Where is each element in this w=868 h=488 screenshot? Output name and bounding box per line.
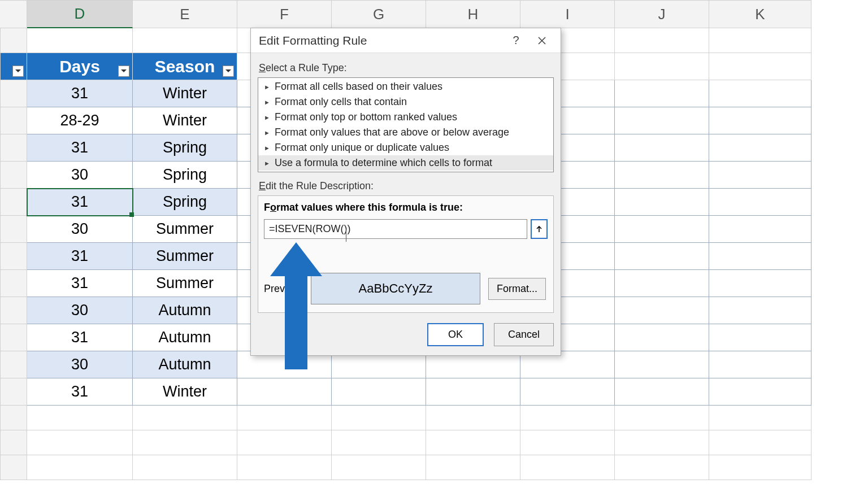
rule-type-item[interactable]: Format only values that are above or bel… (258, 125, 553, 140)
cell[interactable] (615, 243, 709, 270)
rule-type-item[interactable]: Format only top or bottom ranked values (258, 110, 553, 125)
cell[interactable] (709, 216, 811, 243)
cell-days[interactable]: 31 (27, 134, 133, 162)
cell-days[interactable]: 31 (27, 378, 133, 406)
cell-days[interactable]: 30 (27, 351, 133, 378)
cell[interactable] (615, 216, 709, 243)
cell[interactable] (709, 378, 811, 406)
cell[interactable] (709, 53, 811, 80)
row-header[interactable] (0, 162, 27, 189)
cell[interactable] (237, 378, 332, 406)
cell[interactable] (426, 378, 520, 406)
cell-days[interactable]: 30 (27, 162, 133, 189)
cell[interactable] (615, 53, 709, 80)
cell-season[interactable]: Autumn (133, 297, 237, 324)
cell[interactable] (133, 28, 237, 53)
cell[interactable] (709, 107, 811, 134)
cell-season[interactable]: Spring (133, 162, 237, 189)
help-button[interactable]: ? (503, 32, 529, 49)
cell-days[interactable]: 30 (27, 297, 133, 324)
cell-season[interactable]: Winter (133, 80, 237, 107)
cell[interactable] (709, 324, 811, 351)
cell-days[interactable]: 30 (27, 216, 133, 243)
cell[interactable] (709, 270, 811, 297)
cell-days[interactable]: 31 (27, 243, 133, 270)
rule-type-item-selected[interactable]: Use a formula to determine which cells t… (258, 155, 553, 171)
col-header-J[interactable]: J (615, 0, 709, 28)
cell[interactable] (709, 189, 811, 216)
row-header[interactable] (0, 134, 27, 162)
cell[interactable] (709, 297, 811, 324)
cell[interactable] (615, 134, 709, 162)
cell[interactable] (615, 378, 709, 406)
row-header[interactable] (0, 297, 27, 324)
col-header-E[interactable]: E (133, 0, 237, 28)
cell[interactable] (615, 324, 709, 351)
cell-season[interactable]: Summer (133, 216, 237, 243)
dialog-titlebar[interactable]: Edit Formatting Rule ? (251, 28, 561, 53)
row-header[interactable] (0, 243, 27, 270)
cell-season[interactable]: Autumn (133, 324, 237, 351)
col-header-G[interactable]: G (332, 0, 426, 28)
table-header-days[interactable]: Days (27, 53, 133, 80)
cell[interactable] (615, 28, 709, 53)
filter-dropdown-icon[interactable] (118, 66, 129, 77)
cell-season[interactable]: Winter (133, 107, 237, 134)
cell[interactable] (520, 378, 615, 406)
row-header[interactable] (0, 189, 27, 216)
col-header-F[interactable]: F (237, 0, 332, 28)
cell[interactable] (709, 134, 811, 162)
cell[interactable] (332, 378, 426, 406)
cell-days[interactable]: 31 (27, 189, 133, 216)
row-header[interactable] (0, 107, 27, 134)
cell[interactable] (615, 297, 709, 324)
cell[interactable] (615, 107, 709, 134)
cell[interactable] (709, 162, 811, 189)
close-button[interactable] (529, 32, 555, 49)
cell-season[interactable]: Summer (133, 270, 237, 297)
row-header[interactable] (0, 80, 27, 107)
cell-season[interactable]: Spring (133, 134, 237, 162)
cell-season[interactable]: Autumn (133, 351, 237, 378)
row-header[interactable] (0, 270, 27, 297)
cell-days[interactable]: 31 (27, 270, 133, 297)
row-header[interactable] (0, 378, 27, 406)
ok-button[interactable]: OK (427, 323, 484, 346)
row-header[interactable] (0, 324, 27, 351)
cancel-button[interactable]: Cancel (494, 323, 554, 346)
cell-days[interactable]: 31 (27, 324, 133, 351)
rule-type-item[interactable]: Format only cells that contain (258, 94, 553, 110)
range-picker-button[interactable] (531, 219, 548, 239)
cell[interactable] (615, 270, 709, 297)
formula-input[interactable]: =ISEVEN(ROW()) (264, 219, 527, 239)
cell-season[interactable]: Winter (133, 378, 237, 406)
cell-season[interactable]: Spring (133, 189, 237, 216)
cell[interactable] (615, 351, 709, 378)
cell[interactable] (709, 28, 811, 53)
format-button[interactable]: Format... (488, 278, 546, 300)
cell[interactable] (615, 80, 709, 107)
col-header-D[interactable]: D (27, 0, 133, 28)
col-header-K[interactable]: K (709, 0, 811, 28)
row-header[interactable] (0, 28, 27, 53)
rule-type-item[interactable]: Format all cells based on their values (258, 79, 553, 94)
cell[interactable] (27, 28, 133, 53)
cell[interactable] (709, 243, 811, 270)
rule-type-item[interactable]: Format only unique or duplicate values (258, 140, 553, 155)
cell-days[interactable]: 31 (27, 80, 133, 107)
rule-type-list[interactable]: Format all cells based on their values F… (258, 77, 554, 172)
select-all-corner[interactable] (0, 0, 27, 28)
col-header-I[interactable]: I (520, 0, 615, 28)
filter-dropdown-icon[interactable] (223, 66, 234, 77)
cell-days[interactable]: 28-29 (27, 107, 133, 134)
row-header[interactable] (0, 53, 27, 80)
cell-season[interactable]: Summer (133, 243, 237, 270)
table-header-season[interactable]: Season (133, 53, 237, 80)
cell[interactable] (615, 162, 709, 189)
row-header[interactable] (0, 216, 27, 243)
cell[interactable] (709, 80, 811, 107)
cell[interactable] (615, 189, 709, 216)
filter-dropdown-icon[interactable] (12, 66, 24, 77)
row-header[interactable] (0, 351, 27, 378)
cell[interactable] (709, 351, 811, 378)
